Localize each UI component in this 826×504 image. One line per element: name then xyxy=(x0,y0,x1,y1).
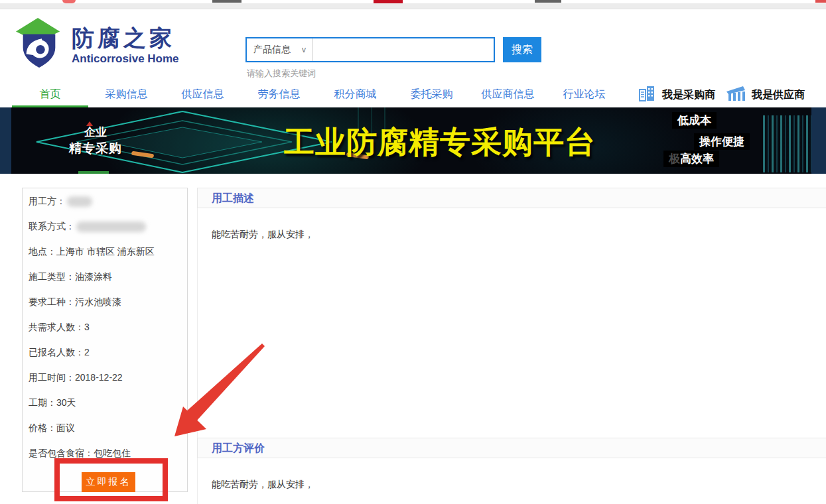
job-description-section: 用工描述 能吃苦耐劳，服从安排， xyxy=(197,188,826,438)
job-value: 2 xyxy=(84,347,90,357)
job-row-price: 价格：面议 xyxy=(29,415,187,440)
caret-down-icon: v xyxy=(302,45,306,54)
banner-tag-easy-operation: 操作便捷 xyxy=(694,133,750,150)
nav-item-points-mall[interactable]: 积分商城 xyxy=(317,84,393,107)
buyer-link[interactable]: 我是采购商 xyxy=(638,85,715,105)
job-row-board: 是否包含食宿：包吃包住 xyxy=(29,440,187,466)
banner-tag-prefix: 极 xyxy=(669,153,680,165)
chrome-fragment xyxy=(535,0,561,3)
search-button[interactable]: 搜索 xyxy=(503,37,541,62)
banner-right-edge xyxy=(811,107,826,174)
banner-tag-text: 高效率 xyxy=(680,153,714,165)
nav-item-supplier-info[interactable]: 供应商信息 xyxy=(470,84,546,107)
job-value: 30天 xyxy=(56,397,76,408)
logo-text: 防腐之家 Anticorrosive Home xyxy=(72,25,179,66)
section-content: 能吃苦耐劳，服从安排， xyxy=(197,458,826,504)
main-nav: 首页 采购信息 供应信息 劳务信息 积分商城 委托采购 供应商信息 行业论坛 xyxy=(12,84,622,107)
banner-badge-line2: 精专采购 xyxy=(58,140,133,157)
shield-house-logo-icon xyxy=(16,17,62,73)
chrome-top-band xyxy=(0,3,826,9)
section-title: 用工描述 xyxy=(197,188,826,208)
job-label: 用工方： xyxy=(29,196,66,206)
job-label: 要求工种： xyxy=(29,296,75,307)
job-row-contact: 联系方式： xyxy=(29,214,187,239)
job-row-employer: 用工方： xyxy=(29,188,187,214)
supplier-building-icon xyxy=(726,85,746,105)
supplier-link-label: 我是供应商 xyxy=(752,88,805,102)
search-category-label: 产品信息 xyxy=(253,44,291,56)
banner-tag-low-cost: 低成本 xyxy=(672,112,717,129)
nav-item-purchase-info[interactable]: 采购信息 xyxy=(88,84,165,107)
nav-item-entrusted-purchase[interactable]: 委托采购 xyxy=(393,84,470,107)
supplier-link[interactable]: 我是供应商 xyxy=(726,85,805,105)
banner-title: 工业防腐精专采购平台 xyxy=(284,122,596,163)
job-value: 油漆涂料 xyxy=(75,271,112,282)
apply-now-button[interactable]: 立即报名 xyxy=(82,472,135,492)
job-row-duration: 工期：30天 xyxy=(29,390,187,415)
chrome-fragment xyxy=(815,0,826,3)
logo-subtitle: Anticorrosive Home xyxy=(72,52,179,66)
banner-badge-mark xyxy=(86,121,93,126)
chrome-fragment xyxy=(212,0,241,3)
employer-evaluation-section: 用工方评价 能吃苦耐劳，服从安排， xyxy=(197,438,826,504)
job-label: 已报名人数： xyxy=(29,347,84,357)
nav-item-labor-info[interactable]: 劳务信息 xyxy=(241,84,317,107)
job-value: 包吃包住 xyxy=(94,448,131,458)
banner-left-edge xyxy=(0,107,11,174)
job-value: 3 xyxy=(84,322,90,332)
job-label: 共需求人数： xyxy=(29,322,84,332)
nav-item-industry-forum[interactable]: 行业论坛 xyxy=(546,84,622,107)
search-input[interactable] xyxy=(313,38,494,61)
job-value: 污水池喷漆 xyxy=(75,296,121,307)
redacted-value xyxy=(67,196,92,207)
job-info-panel: 用工方： 联系方式： 地点：上海市 市辖区 浦东新区 施工类型：油漆涂料 要求工… xyxy=(22,188,188,492)
job-value: 2018-12-22 xyxy=(75,372,123,383)
job-row-construction-type: 施工类型：油漆涂料 xyxy=(29,264,187,289)
job-label: 地点： xyxy=(29,246,56,257)
banner-badge: 企业 精专采购 xyxy=(58,125,133,157)
job-row-work-type: 要求工种：污水池喷漆 xyxy=(29,289,187,314)
section-content: 能吃苦耐劳，服从安排， xyxy=(197,208,826,438)
buyer-link-label: 我是采购商 xyxy=(662,88,715,102)
section-title: 用工方评价 xyxy=(197,438,826,458)
search-category-dropdown[interactable]: 产品信息 v xyxy=(247,38,313,61)
job-label: 联系方式： xyxy=(29,221,75,231)
search-box: 产品信息 v xyxy=(245,37,495,62)
promo-banner[interactable]: 企业 精专采购 工业防腐精专采购平台 低成本 操作便捷 极高效率 xyxy=(0,107,826,174)
banner-green-strip xyxy=(78,171,109,174)
job-label: 工期： xyxy=(29,397,56,408)
job-value: 上海市 市辖区 浦东新区 xyxy=(56,246,155,257)
job-row-start-date: 用工时间：2018-12-22 xyxy=(29,365,187,390)
job-row-signed-count: 已报名人数：2 xyxy=(29,340,187,365)
job-row-needed-count: 共需求人数：3 xyxy=(29,314,187,340)
site-logo[interactable]: 防腐之家 Anticorrosive Home xyxy=(16,17,179,73)
redacted-value xyxy=(76,221,146,232)
search-hint: 请输入搜索关键词 xyxy=(247,68,316,80)
job-label: 价格： xyxy=(29,422,56,433)
job-label: 是否包含食宿： xyxy=(29,448,94,458)
buyer-building-icon xyxy=(638,85,656,105)
banner-badge-line1: 企业 xyxy=(58,125,133,140)
job-value: 面议 xyxy=(56,422,75,433)
page: 防腐之家 Anticorrosive Home 产品信息 v 搜索 请输入搜索关… xyxy=(0,0,826,504)
nav-item-supply-info[interactable]: 供应信息 xyxy=(165,84,241,107)
banner-city-graphic xyxy=(763,115,812,172)
logo-title: 防腐之家 xyxy=(72,25,179,51)
job-label: 施工类型： xyxy=(29,271,75,282)
job-label: 用工时间： xyxy=(29,372,75,383)
banner-tag-high-efficiency: 极高效率 xyxy=(663,151,719,167)
job-row-location: 地点：上海市 市辖区 浦东新区 xyxy=(29,239,187,264)
nav-item-home[interactable]: 首页 xyxy=(12,84,88,107)
